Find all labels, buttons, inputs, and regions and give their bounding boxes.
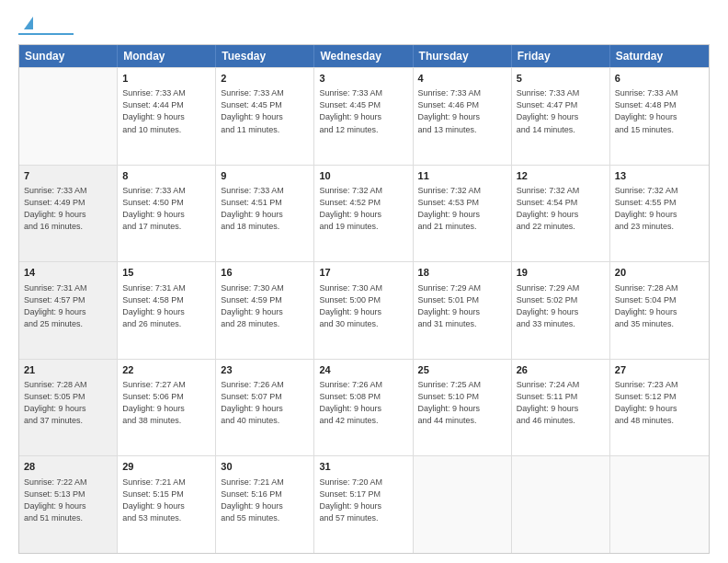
calendar-week: 7Sunrise: 7:33 AM Sunset: 4:49 PM Daylig…	[19, 165, 709, 262]
day-number: 21	[24, 363, 112, 377]
calendar-cell: 18Sunrise: 7:29 AM Sunset: 5:01 PM Dayli…	[414, 262, 512, 359]
calendar-week: 21Sunrise: 7:28 AM Sunset: 5:05 PM Dayli…	[19, 359, 709, 456]
calendar-cell: 5Sunrise: 7:33 AM Sunset: 4:47 PM Daylig…	[512, 68, 610, 165]
day-info: Sunrise: 7:28 AM Sunset: 5:05 PM Dayligh…	[24, 379, 112, 427]
calendar-cell: 12Sunrise: 7:32 AM Sunset: 4:54 PM Dayli…	[512, 166, 610, 262]
day-number: 19	[517, 266, 605, 280]
day-number: 24	[319, 363, 407, 377]
day-info: Sunrise: 7:33 AM Sunset: 4:45 PM Dayligh…	[221, 87, 309, 135]
day-info: Sunrise: 7:21 AM Sunset: 5:15 PM Dayligh…	[122, 477, 210, 524]
calendar-cell: 20Sunrise: 7:28 AM Sunset: 5:04 PM Dayli…	[610, 262, 709, 359]
day-info: Sunrise: 7:31 AM Sunset: 4:58 PM Dayligh…	[122, 282, 210, 330]
day-info: Sunrise: 7:23 AM Sunset: 5:12 PM Dayligh…	[615, 379, 704, 427]
weekday-header: Sunday	[19, 45, 118, 67]
day-info: Sunrise: 7:26 AM Sunset: 5:08 PM Dayligh…	[319, 379, 407, 427]
weekday-header: Friday	[512, 45, 610, 67]
calendar-cell: 3Sunrise: 7:33 AM Sunset: 4:45 PM Daylig…	[314, 68, 413, 165]
calendar-cell: 25Sunrise: 7:25 AM Sunset: 5:10 PM Dayli…	[414, 360, 512, 456]
day-info: Sunrise: 7:33 AM Sunset: 4:49 PM Dayligh…	[24, 185, 112, 233]
day-info: Sunrise: 7:32 AM Sunset: 4:53 PM Dayligh…	[418, 185, 506, 233]
calendar-cell: 11Sunrise: 7:32 AM Sunset: 4:53 PM Dayli…	[414, 166, 512, 262]
day-info: Sunrise: 7:30 AM Sunset: 5:00 PM Dayligh…	[319, 282, 407, 330]
calendar-cell: 26Sunrise: 7:24 AM Sunset: 5:11 PM Dayli…	[512, 360, 610, 456]
calendar-body: 1Sunrise: 7:33 AM Sunset: 4:44 PM Daylig…	[19, 67, 709, 553]
calendar-cell: 23Sunrise: 7:26 AM Sunset: 5:07 PM Dayli…	[216, 360, 314, 456]
weekday-header: Tuesday	[216, 45, 314, 67]
day-number: 13	[615, 169, 704, 183]
day-info: Sunrise: 7:32 AM Sunset: 4:54 PM Dayligh…	[517, 185, 605, 233]
calendar-cell: 16Sunrise: 7:30 AM Sunset: 4:59 PM Dayli…	[216, 262, 314, 359]
day-info: Sunrise: 7:33 AM Sunset: 4:50 PM Dayligh…	[122, 185, 210, 233]
day-number: 14	[24, 266, 112, 280]
calendar-cell: 31Sunrise: 7:20 AM Sunset: 5:17 PM Dayli…	[314, 456, 413, 553]
day-number: 27	[615, 363, 704, 377]
calendar-cell: 9Sunrise: 7:33 AM Sunset: 4:51 PM Daylig…	[216, 166, 314, 262]
day-number: 2	[221, 72, 309, 86]
day-number: 10	[319, 169, 407, 183]
day-number: 5	[517, 72, 605, 86]
calendar-cell: 7Sunrise: 7:33 AM Sunset: 4:49 PM Daylig…	[19, 166, 118, 262]
calendar-cell: 13Sunrise: 7:32 AM Sunset: 4:55 PM Dayli…	[610, 166, 709, 262]
day-number: 26	[517, 363, 605, 377]
calendar-cell: 14Sunrise: 7:31 AM Sunset: 4:57 PM Dayli…	[19, 262, 118, 359]
calendar-cell: 10Sunrise: 7:32 AM Sunset: 4:52 PM Dayli…	[314, 166, 413, 262]
day-number: 11	[418, 169, 506, 183]
day-number: 3	[319, 72, 407, 86]
day-info: Sunrise: 7:29 AM Sunset: 5:02 PM Dayligh…	[517, 282, 605, 330]
day-info: Sunrise: 7:26 AM Sunset: 5:07 PM Dayligh…	[221, 379, 309, 427]
day-info: Sunrise: 7:20 AM Sunset: 5:17 PM Dayligh…	[319, 477, 407, 524]
day-info: Sunrise: 7:33 AM Sunset: 4:47 PM Dayligh…	[517, 87, 605, 135]
weekday-header: Monday	[118, 45, 216, 67]
calendar-week: 1Sunrise: 7:33 AM Sunset: 4:44 PM Daylig…	[19, 67, 709, 165]
day-number: 28	[24, 460, 112, 474]
day-number: 16	[221, 266, 309, 280]
calendar-cell: 2Sunrise: 7:33 AM Sunset: 4:45 PM Daylig…	[216, 68, 314, 165]
calendar-cell	[19, 68, 118, 165]
calendar-cell	[610, 456, 709, 553]
day-info: Sunrise: 7:24 AM Sunset: 5:11 PM Dayligh…	[517, 379, 605, 427]
day-number: 8	[122, 169, 210, 183]
day-info: Sunrise: 7:27 AM Sunset: 5:06 PM Dayligh…	[122, 379, 210, 427]
day-number: 12	[517, 169, 605, 183]
calendar-cell: 21Sunrise: 7:28 AM Sunset: 5:05 PM Dayli…	[19, 360, 118, 456]
day-info: Sunrise: 7:32 AM Sunset: 4:52 PM Dayligh…	[319, 185, 407, 233]
calendar-cell: 15Sunrise: 7:31 AM Sunset: 4:58 PM Dayli…	[118, 262, 216, 359]
calendar-cell: 4Sunrise: 7:33 AM Sunset: 4:46 PM Daylig…	[414, 68, 512, 165]
calendar-cell: 22Sunrise: 7:27 AM Sunset: 5:06 PM Dayli…	[118, 360, 216, 456]
day-number: 7	[24, 169, 112, 183]
calendar-cell: 28Sunrise: 7:22 AM Sunset: 5:13 PM Dayli…	[19, 456, 118, 553]
day-number: 4	[418, 72, 506, 86]
day-info: Sunrise: 7:33 AM Sunset: 4:48 PM Dayligh…	[615, 87, 704, 135]
day-info: Sunrise: 7:32 AM Sunset: 4:55 PM Dayligh…	[615, 185, 704, 233]
header	[18, 15, 710, 35]
day-number: 23	[221, 363, 309, 377]
calendar-cell: 1Sunrise: 7:33 AM Sunset: 4:44 PM Daylig…	[118, 68, 216, 165]
day-number: 22	[122, 363, 210, 377]
weekday-header: Thursday	[414, 45, 512, 67]
calendar-header: SundayMondayTuesdayWednesdayThursdayFrid…	[19, 45, 709, 67]
day-info: Sunrise: 7:31 AM Sunset: 4:57 PM Dayligh…	[24, 282, 112, 330]
day-info: Sunrise: 7:30 AM Sunset: 4:59 PM Dayligh…	[221, 282, 309, 330]
weekday-header: Wednesday	[314, 45, 413, 67]
logo-line	[18, 33, 74, 35]
calendar-cell	[512, 456, 610, 553]
calendar-cell: 17Sunrise: 7:30 AM Sunset: 5:00 PM Dayli…	[314, 262, 413, 359]
calendar: SundayMondayTuesdayWednesdayThursdayFrid…	[18, 44, 710, 554]
calendar-cell: 29Sunrise: 7:21 AM Sunset: 5:15 PM Dayli…	[118, 456, 216, 553]
day-info: Sunrise: 7:29 AM Sunset: 5:01 PM Dayligh…	[418, 282, 506, 330]
day-number: 30	[221, 460, 309, 474]
day-info: Sunrise: 7:28 AM Sunset: 5:04 PM Dayligh…	[615, 282, 704, 330]
day-number: 15	[122, 266, 210, 280]
calendar-cell: 24Sunrise: 7:26 AM Sunset: 5:08 PM Dayli…	[314, 360, 413, 456]
calendar-cell: 30Sunrise: 7:21 AM Sunset: 5:16 PM Dayli…	[216, 456, 314, 553]
day-info: Sunrise: 7:22 AM Sunset: 5:13 PM Dayligh…	[24, 477, 112, 524]
day-number: 25	[418, 363, 506, 377]
day-number: 9	[221, 169, 309, 183]
day-number: 31	[319, 460, 407, 474]
day-number: 17	[319, 266, 407, 280]
day-number: 29	[122, 460, 210, 474]
calendar-cell	[414, 456, 512, 553]
weekday-header: Saturday	[610, 45, 709, 67]
day-info: Sunrise: 7:25 AM Sunset: 5:10 PM Dayligh…	[418, 379, 506, 427]
day-info: Sunrise: 7:21 AM Sunset: 5:16 PM Dayligh…	[221, 477, 309, 524]
